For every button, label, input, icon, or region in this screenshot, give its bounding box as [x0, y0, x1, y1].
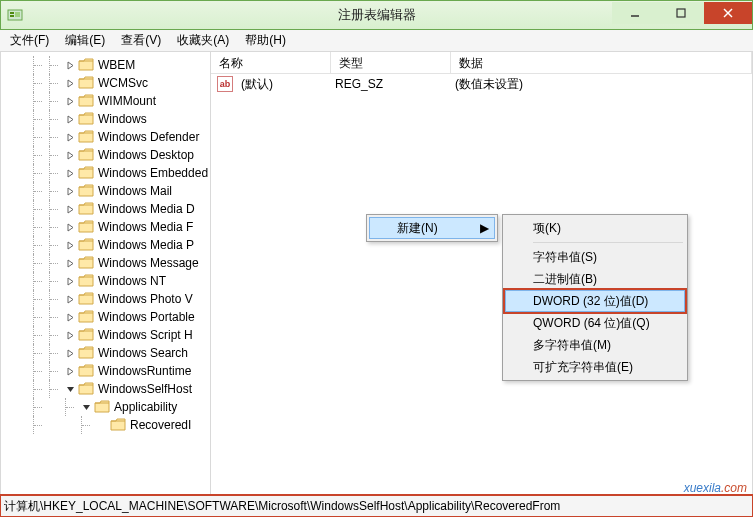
ctx-qword[interactable]: QWORD (64 位)值(Q) [505, 312, 685, 334]
folder-icon [78, 346, 94, 360]
expand-icon[interactable] [65, 96, 76, 107]
expand-icon[interactable] [65, 114, 76, 125]
tree-label: Windows Script H [98, 328, 193, 342]
menu-view[interactable]: 查看(V) [117, 30, 165, 51]
svg-rect-1 [10, 12, 14, 14]
tree-label: Windows Media D [98, 202, 195, 216]
expand-icon[interactable] [81, 402, 92, 413]
expand-icon[interactable] [65, 258, 76, 269]
tree-label: WindowsRuntime [98, 364, 191, 378]
expand-icon[interactable] [65, 294, 76, 305]
expand-icon[interactable] [65, 150, 76, 161]
ctx-key[interactable]: 项(K) [505, 217, 685, 239]
expand-icon[interactable] [65, 330, 76, 341]
menu-file[interactable]: 文件(F) [6, 30, 53, 51]
tree-label: WIMMount [98, 94, 156, 108]
col-type[interactable]: 类型 [331, 52, 451, 73]
col-name[interactable]: 名称 [211, 52, 331, 73]
expand-icon[interactable] [65, 366, 76, 377]
tree-node[interactable]: WindowsSelfHost [1, 380, 211, 398]
tree-node[interactable]: WIMMount [1, 92, 211, 110]
ctx-new[interactable]: 新建(N) ▶ [369, 217, 495, 239]
tree-node[interactable]: Windows Mail [1, 182, 211, 200]
folder-icon [78, 58, 94, 72]
status-bar: 计算机\HKEY_LOCAL_MACHINE\SOFTWARE\Microsof… [0, 495, 753, 517]
tree-node[interactable]: WindowsRuntime [1, 362, 211, 380]
tree-node[interactable]: WBEM [1, 56, 211, 74]
tree-node[interactable]: Windows Photo V [1, 290, 211, 308]
folder-icon [78, 130, 94, 144]
expand-icon[interactable] [65, 132, 76, 143]
folder-icon [78, 274, 94, 288]
folder-icon [78, 166, 94, 180]
folder-icon [110, 418, 126, 432]
tree-label: Windows Mail [98, 184, 172, 198]
tree-label: RecoveredI [130, 418, 191, 432]
ctx-string[interactable]: 字符串值(S) [505, 246, 685, 268]
expand-icon[interactable] [65, 222, 76, 233]
tree-node[interactable]: Windows Embedded [1, 164, 211, 182]
tree-node[interactable]: RecoveredI [1, 416, 211, 434]
folder-icon [94, 400, 110, 414]
maximize-button[interactable] [658, 2, 704, 24]
menu-favorites[interactable]: 收藏夹(A) [173, 30, 233, 51]
tree-label: Windows Portable [98, 310, 195, 324]
watermark: xuexila.com [684, 479, 747, 495]
folder-icon [78, 256, 94, 270]
menu-edit[interactable]: 编辑(E) [61, 30, 109, 51]
tree-node[interactable]: Windows Defender [1, 128, 211, 146]
tree-node[interactable]: Windows Message [1, 254, 211, 272]
expand-icon[interactable] [65, 78, 76, 89]
minimize-button[interactable] [612, 2, 658, 24]
expand-icon[interactable] [65, 240, 76, 251]
window-title: 注册表编辑器 [338, 6, 416, 24]
ctx-expand[interactable]: 可扩充字符串值(E) [505, 356, 685, 378]
expand-icon[interactable] [65, 276, 76, 287]
tree-node[interactable]: Windows [1, 110, 211, 128]
context-submenu: 项(K) 字符串值(S) 二进制值(B) DWORD (32 位)值(D) QW… [502, 214, 688, 381]
string-value-icon: ab [217, 76, 233, 92]
expand-icon[interactable] [65, 312, 76, 323]
tree-node[interactable]: Windows NT [1, 272, 211, 290]
tree-node[interactable]: Windows Search [1, 344, 211, 362]
tree-node[interactable]: Windows Media F [1, 218, 211, 236]
expand-icon[interactable] [65, 384, 76, 395]
expand-icon[interactable] [65, 60, 76, 71]
tree-label: Windows Photo V [98, 292, 193, 306]
folder-icon [78, 202, 94, 216]
close-button[interactable] [704, 2, 752, 24]
tree-node[interactable]: WCMSvc [1, 74, 211, 92]
list-row[interactable]: ab (默认) REG_SZ (数值未设置) [211, 74, 752, 94]
tree-node[interactable]: Windows Script H [1, 326, 211, 344]
ctx-binary[interactable]: 二进制值(B) [505, 268, 685, 290]
folder-icon [78, 382, 94, 396]
tree-node[interactable]: Windows Portable [1, 308, 211, 326]
submenu-arrow-icon: ▶ [480, 221, 489, 235]
menu-help[interactable]: 帮助(H) [241, 30, 290, 51]
ctx-multi[interactable]: 多字符串值(M) [505, 334, 685, 356]
tree-panel[interactable]: WBEMWCMSvcWIMMountWindowsWindows Defende… [1, 52, 211, 494]
expand-icon[interactable] [65, 204, 76, 215]
folder-icon [78, 238, 94, 252]
tree-node[interactable]: Windows Media D [1, 200, 211, 218]
expand-icon[interactable] [65, 168, 76, 179]
app-icon [7, 7, 23, 23]
tree-label: Applicability [114, 400, 177, 414]
folder-icon [78, 94, 94, 108]
tree-node[interactable]: Windows Desktop [1, 146, 211, 164]
title-bar: 注册表编辑器 [0, 0, 753, 30]
expand-icon[interactable] [65, 348, 76, 359]
col-data[interactable]: 数据 [451, 52, 752, 73]
tree-node[interactable]: Applicability [1, 398, 211, 416]
tree-label: Windows NT [98, 274, 166, 288]
tree-label: Windows Message [98, 256, 199, 270]
tree-node[interactable]: Windows Media P [1, 236, 211, 254]
ctx-dword[interactable]: DWORD (32 位)值(D) [505, 290, 685, 312]
ctx-new-label: 新建(N) [397, 220, 438, 237]
folder-icon [78, 148, 94, 162]
menu-bar: 文件(F) 编辑(E) 查看(V) 收藏夹(A) 帮助(H) [0, 30, 753, 52]
tree-label: Windows Desktop [98, 148, 194, 162]
list-header: 名称 类型 数据 [211, 52, 752, 74]
expand-icon[interactable] [65, 186, 76, 197]
value-name: (默认) [233, 76, 327, 93]
